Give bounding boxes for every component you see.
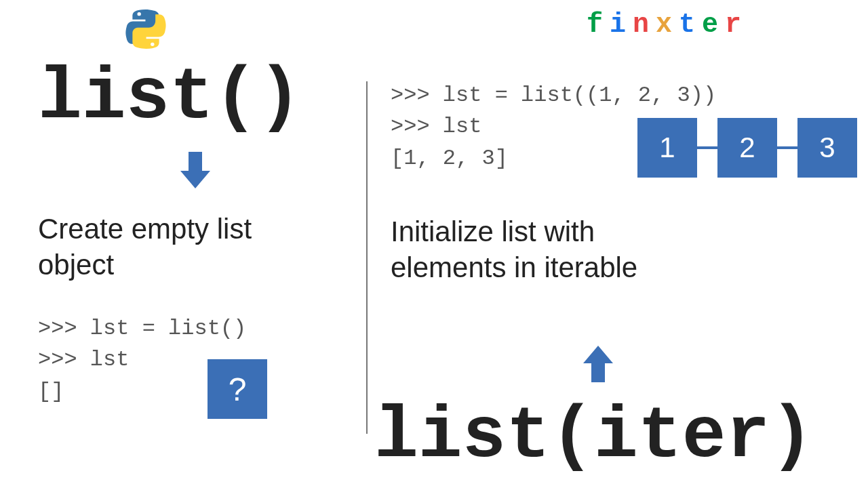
node-link bbox=[697, 146, 717, 149]
arrow-down-icon bbox=[180, 152, 210, 188]
list-node: 2 bbox=[717, 118, 777, 178]
question-box: ? bbox=[208, 359, 267, 419]
left-column: list() Create empty list object >>> lst … bbox=[0, 0, 366, 488]
right-description: Initialize list with elements in iterabl… bbox=[391, 214, 730, 285]
left-title: list() bbox=[38, 61, 302, 134]
right-column: >>> lst = list((1, 2, 3)) >>> lst [1, 2,… bbox=[366, 0, 868, 488]
list-node: 3 bbox=[797, 118, 857, 178]
node-value: 1 bbox=[659, 131, 675, 164]
arrow-up-icon bbox=[583, 346, 613, 382]
right-title: list(iter) bbox=[374, 400, 814, 473]
list-node: 1 bbox=[637, 118, 697, 178]
left-description: Create empty list object bbox=[38, 211, 330, 283]
linked-list-diagram: 1 2 3 bbox=[637, 118, 857, 178]
question-mark: ? bbox=[229, 371, 247, 408]
node-link bbox=[777, 146, 797, 149]
node-value: 2 bbox=[739, 131, 755, 164]
node-value: 3 bbox=[819, 131, 835, 164]
